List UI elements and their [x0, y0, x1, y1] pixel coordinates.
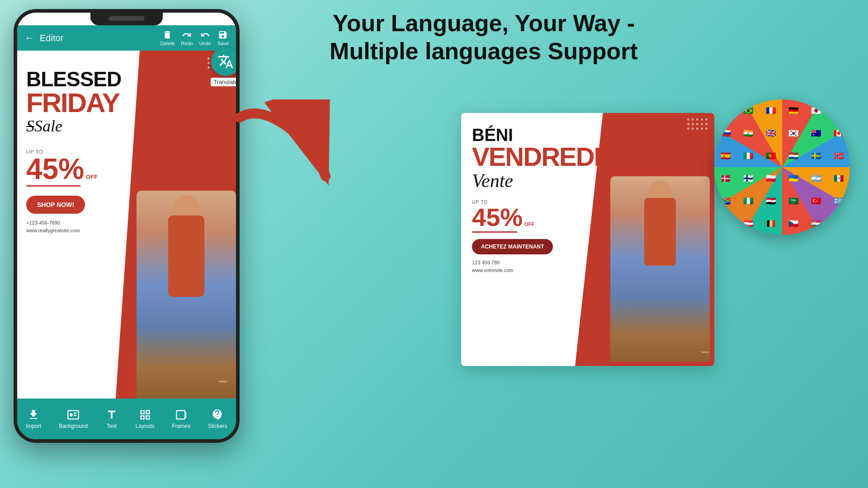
- editor-title-label: Editor: [40, 33, 155, 43]
- flag-ch: 🇨🇭: [714, 212, 737, 235]
- flag-ar: 🇦🇷: [805, 167, 827, 190]
- flag-in: 🇮🇳: [737, 122, 760, 145]
- frames-label: Frames: [172, 423, 190, 429]
- friday-text: FRIDAY: [26, 89, 121, 117]
- shop-now-btn[interactable]: SHOP NOW!: [26, 196, 85, 214]
- flag-it: 🇮🇹: [737, 145, 760, 167]
- flag-fr: 🇫🇷: [760, 99, 782, 122]
- flag-ru: 🇷🇺: [714, 122, 737, 145]
- flag-tr: 🇹🇷: [805, 190, 827, 212]
- contact-info-en: +123-456-7890 www.reallygreatsite.com: [26, 219, 121, 234]
- flag-gr: 🇬🇷: [827, 190, 850, 212]
- flag-au: 🇦🇺: [805, 122, 827, 145]
- flag-gb: 🇬🇧: [760, 122, 782, 145]
- editor-header: ← Editor Delete Redo Undo Save: [17, 25, 236, 51]
- website-en: www.reallygreatsite.com: [26, 227, 121, 235]
- redo-label: Redo: [181, 41, 193, 46]
- flag-at: 🇦🇹: [737, 212, 760, 235]
- vente-text: Vente: [472, 170, 600, 192]
- flag-pl: 🇵🇱: [760, 167, 782, 190]
- background-label: Background: [59, 423, 88, 429]
- toolbar-item-layouts[interactable]: Layouts: [136, 408, 155, 429]
- delete-label: Delete: [160, 41, 175, 46]
- phone-toolbar: Import Background Text Layouts Frames St…: [17, 399, 236, 439]
- toolbar-item-frames[interactable]: Frames: [172, 408, 190, 429]
- flag-be: 🇧🇪: [760, 212, 782, 235]
- wavy-fr: 〰: [702, 349, 709, 357]
- flag-hu: 🇭🇺: [805, 212, 827, 235]
- percent-text-en: 45%: [26, 155, 84, 183]
- phone-en: +123-456-7890: [26, 219, 121, 227]
- text-label: Text: [107, 423, 117, 429]
- girl-image-en: [127, 164, 236, 399]
- flag-ng: 🇳🇬: [737, 190, 760, 212]
- translate-float: Translate: [211, 47, 240, 86]
- toolbar-item-stickers[interactable]: Stickers: [208, 408, 227, 429]
- phone-mockup: ← Editor Delete Redo Undo Save: [14, 9, 240, 443]
- website-fr: www.votresite.com: [472, 267, 600, 274]
- flag-mx: 🇲🇽: [827, 167, 850, 190]
- trans-text: BÉNI VENDREDI Vente UP TO 45% OFF ACHETE…: [472, 127, 600, 274]
- flag-se: 🇸🇪: [805, 145, 827, 167]
- editor-actions: Delete Redo Undo Save: [160, 30, 229, 46]
- phone-fr: 123 456 789: [472, 259, 600, 267]
- trans-underline: [472, 231, 517, 233]
- flag-es: 🇪🇸: [714, 145, 737, 167]
- phone-speaker: [108, 16, 145, 21]
- flag-pt: 🇵🇹: [760, 145, 782, 167]
- flag-ro: 🇷🇴: [827, 212, 850, 235]
- translated-design: BÉNI VENDREDI Vente UP TO 45% OFF ACHETE…: [461, 113, 714, 366]
- phone-canvas: BLESSED FRIDAY SSale UP TO 45% OFF SHOP …: [17, 51, 236, 399]
- flag-kr: 🇰🇷: [782, 122, 805, 145]
- red-arrow-svg: [226, 99, 344, 190]
- flag-cz: 🇨🇿: [782, 212, 805, 235]
- flag-jp: 🇯🇵: [805, 99, 827, 122]
- flag-fi: 🇫🇮: [737, 167, 760, 190]
- save-label: Save: [217, 41, 229, 46]
- undo-label: Undo: [199, 41, 211, 46]
- toolbar-item-text[interactable]: Text: [105, 408, 118, 429]
- flag-no: 🇳🇴: [827, 145, 850, 167]
- translate-button[interactable]: [211, 47, 240, 76]
- design-en-text: BLESSED FRIDAY SSale UP TO 45% OFF SHOP …: [26, 69, 121, 234]
- flag-de: 🇩🇪: [782, 99, 805, 122]
- sale-text: SSale: [26, 117, 121, 136]
- dots-pattern-fr: [687, 118, 708, 130]
- translate-label: Translate: [211, 78, 240, 86]
- flag-eg: 🇪🇬: [760, 190, 782, 212]
- back-button[interactable]: ←: [24, 32, 34, 44]
- save-action[interactable]: Save: [217, 30, 229, 46]
- contact-info-fr: 123 456 789 www.votresite.com: [472, 259, 600, 274]
- headline-title: Your Language, Your Way - Multiple langu…: [271, 9, 696, 66]
- girl-image-fr: [610, 176, 714, 366]
- globe-flags: 🇺🇸 🇧🇷 🇫🇷 🇩🇪 🇯🇵 🇨🇳 🇷🇺 🇮🇳 🇬🇧 🇰🇷 🇦🇺 🇨🇦 🇪🇸 🇮…: [714, 99, 850, 235]
- stickers-label: Stickers: [208, 423, 227, 429]
- flag-dk: 🇩🇰: [714, 167, 737, 190]
- flag-ua: 🇺🇦: [782, 167, 805, 190]
- toolbar-item-import[interactable]: Import: [26, 408, 41, 429]
- beni-text: BÉNI: [472, 127, 600, 144]
- layouts-label: Layouts: [136, 423, 155, 429]
- flag-us: 🇺🇸: [714, 99, 737, 122]
- translate-icon: [217, 53, 234, 70]
- red-underline-en: [26, 185, 80, 187]
- phone-notch-area: [17, 13, 236, 25]
- headline-line1: Your Language, Your Way -: [333, 10, 635, 36]
- import-label: Import: [26, 423, 41, 429]
- achetez-btn[interactable]: ACHETEZ MAINTENANT: [472, 239, 553, 254]
- globe: 🇺🇸 🇧🇷 🇫🇷 🇩🇪 🇯🇵 🇨🇳 🇷🇺 🇮🇳 🇬🇧 🇰🇷 🇦🇺 🇨🇦 🇪🇸 🇮…: [714, 99, 850, 235]
- flag-za: 🇿🇦: [714, 190, 737, 212]
- redo-action[interactable]: Redo: [181, 30, 193, 46]
- undo-action[interactable]: Undo: [199, 30, 211, 46]
- toolbar-item-background[interactable]: Background: [59, 408, 88, 429]
- off-text-fr: OFF: [524, 221, 534, 227]
- wavy-en: 〰: [219, 378, 227, 387]
- delete-action[interactable]: Delete: [160, 30, 175, 46]
- globe-container: 🇺🇸 🇧🇷 🇫🇷 🇩🇪 🇯🇵 🇨🇳 🇷🇺 🇮🇳 🇬🇧 🇰🇷 🇦🇺 🇨🇦 🇪🇸 🇮…: [714, 99, 854, 239]
- flag-sa: 🇸🇦: [782, 190, 805, 212]
- headline-section: Your Language, Your Way - Multiple langu…: [271, 9, 696, 66]
- percent-text-fr: 45%: [472, 205, 523, 230]
- flag-nl: 🇳🇱: [782, 145, 805, 167]
- vendredi-text: VENDREDI: [472, 144, 600, 170]
- flag-ca: 🇨🇦: [827, 122, 850, 145]
